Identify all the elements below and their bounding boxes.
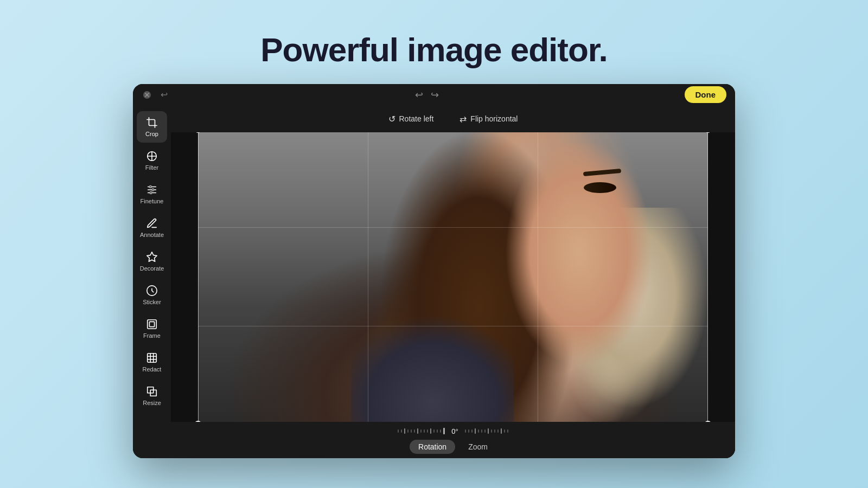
rotation-tab[interactable]: Rotation <box>410 440 455 454</box>
tick-4 <box>407 429 409 433</box>
main-area: ↺ Rotate left ⇄ Flip horizontal <box>171 106 735 458</box>
tick-26 <box>501 428 502 434</box>
resize-icon <box>146 386 158 397</box>
filter-label: Filter <box>145 164 158 171</box>
sidebar-tool-redact[interactable]: Redact <box>137 346 167 378</box>
undo-icon[interactable]: ↩ <box>415 89 423 101</box>
crop-label: Crop <box>145 131 158 137</box>
resize-label: Resize <box>143 400 161 406</box>
tick-28 <box>507 429 508 433</box>
sticker-icon <box>146 285 158 297</box>
crop-handle-bottom-right[interactable] <box>704 421 712 422</box>
tick-24 <box>494 429 495 433</box>
flip-horizontal-icon: ⇄ <box>459 114 467 124</box>
decorate-label: Decorate <box>140 265 164 272</box>
tick-19 <box>478 429 479 433</box>
svg-rect-12 <box>148 319 157 329</box>
flip-horizontal-label: Flip horizontal <box>470 114 518 123</box>
redact-label: Redact <box>143 366 162 373</box>
tick-27 <box>504 429 505 433</box>
tick-9 <box>424 429 425 433</box>
tick-17 <box>471 429 473 433</box>
rotation-value: 0° <box>451 427 458 435</box>
redo-icon[interactable]: ↪ <box>431 89 439 101</box>
tick-22 <box>488 428 489 434</box>
tick-16 <box>468 429 469 433</box>
app-window: ↩ ↩ ↪ Done Crop <box>133 84 735 458</box>
svg-point-7 <box>149 185 151 188</box>
title-bar-left: ↩ <box>142 89 170 101</box>
flip-horizontal-button[interactable]: ⇄ Flip horizontal <box>454 111 523 127</box>
rotate-left-label: Rotate left <box>399 114 434 123</box>
sidebar-tool-frame[interactable]: Frame <box>137 313 167 344</box>
rotate-left-icon: ↺ <box>388 114 395 124</box>
undo-redo-group: ↩ ↪ <box>415 89 439 101</box>
rotate-left-button[interactable]: ↺ Rotate left <box>383 111 439 127</box>
tick-center <box>443 428 445 434</box>
image-container[interactable] <box>198 132 708 422</box>
sticker-label: Sticker <box>143 299 161 305</box>
tick-20 <box>481 429 482 433</box>
redact-icon <box>146 352 158 364</box>
page-title: Powerful image editor. <box>260 30 607 69</box>
crop-icon <box>146 117 158 129</box>
zoom-tab[interactable]: Zoom <box>459 440 496 454</box>
sidebar-tool-finetune[interactable]: Finetune <box>137 178 167 210</box>
tick-2 <box>401 429 402 433</box>
svg-rect-14 <box>148 353 157 362</box>
svg-rect-13 <box>149 322 154 326</box>
tick-10 <box>427 429 428 433</box>
tick-1 <box>398 429 399 433</box>
tick-3 <box>404 428 405 434</box>
rotation-slider[interactable]: 0° <box>398 427 508 435</box>
sidebar-tool-decorate[interactable]: Decorate <box>137 246 167 277</box>
annotate-icon <box>146 217 158 229</box>
tick-14 <box>440 429 441 433</box>
finetune-icon <box>146 184 158 196</box>
photo-background <box>198 132 708 422</box>
sidebar-tool-crop[interactable]: Crop <box>137 111 167 143</box>
tick-15 <box>465 429 466 433</box>
mode-tabs: Rotation Zoom <box>410 440 496 454</box>
svg-point-8 <box>152 189 154 191</box>
undo-button[interactable]: ↩ <box>158 89 170 101</box>
decorate-icon <box>146 251 158 263</box>
frame-icon <box>146 318 158 330</box>
sidebar: Crop Filter <box>133 106 171 458</box>
tick-7 <box>417 428 418 434</box>
hands-layer <box>518 208 708 422</box>
bottom-bar: 0° Rotat <box>171 422 735 458</box>
editor-body: Crop Filter <box>133 106 735 458</box>
done-button[interactable]: Done <box>685 86 727 103</box>
filter-icon <box>146 150 158 162</box>
tick-21 <box>484 429 486 433</box>
tick-18 <box>475 428 476 434</box>
tick-5 <box>411 429 412 433</box>
sidebar-tool-sticker[interactable]: Sticker <box>137 279 167 311</box>
tick-13 <box>437 429 438 433</box>
tick-6 <box>414 429 415 433</box>
sidebar-tool-annotate[interactable]: Annotate <box>137 212 167 243</box>
finetune-label: Finetune <box>141 198 164 204</box>
canvas-area <box>171 132 735 422</box>
close-button[interactable] <box>142 89 152 100</box>
svg-point-9 <box>150 191 152 194</box>
frame-label: Frame <box>143 332 161 339</box>
sidebar-tool-filter[interactable]: Filter <box>137 145 167 176</box>
annotate-label: Annotate <box>140 232 164 238</box>
tick-25 <box>497 429 499 433</box>
tick-8 <box>420 429 422 433</box>
sidebar-tool-resize[interactable]: Resize <box>137 380 167 412</box>
tick-12 <box>433 429 435 433</box>
tick-11 <box>430 428 431 434</box>
toolbar-row: ↺ Rotate left ⇄ Flip horizontal <box>171 106 735 132</box>
svg-marker-10 <box>147 252 157 261</box>
title-bar: ↩ ↩ ↪ Done <box>133 84 735 106</box>
title-bar-right: Done <box>685 86 727 103</box>
title-bar-center: ↩ ↪ <box>415 89 439 101</box>
tick-23 <box>491 429 492 433</box>
